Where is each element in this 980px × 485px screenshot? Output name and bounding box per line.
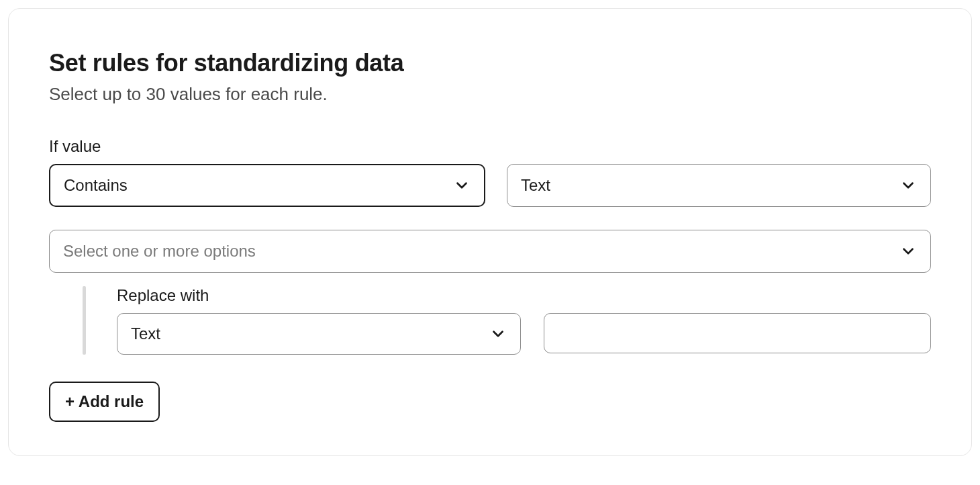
if-value-label: If value bbox=[49, 137, 931, 156]
chevron-down-icon bbox=[899, 177, 917, 194]
replace-content: Replace with Text bbox=[117, 286, 931, 355]
replace-value-input[interactable] bbox=[544, 313, 931, 353]
chevron-down-icon bbox=[489, 325, 507, 343]
value-type-select[interactable]: Text bbox=[507, 164, 931, 207]
value-type-select-value: Text bbox=[521, 176, 550, 195]
page-subtitle: Select up to 30 values for each rule. bbox=[49, 84, 931, 105]
options-placeholder: Select one or more options bbox=[63, 242, 256, 261]
add-rule-button[interactable]: + Add rule bbox=[49, 382, 160, 422]
condition-select[interactable]: Contains bbox=[49, 164, 485, 207]
rules-card: Set rules for standardizing data Select … bbox=[8, 8, 972, 456]
options-multiselect[interactable]: Select one or more options bbox=[49, 230, 931, 273]
chevron-down-icon bbox=[453, 177, 471, 194]
page-title: Set rules for standardizing data bbox=[49, 49, 931, 77]
condition-select-value: Contains bbox=[64, 176, 128, 195]
replace-type-select[interactable]: Text bbox=[117, 313, 521, 355]
replace-section: Replace with Text bbox=[49, 286, 931, 355]
replace-row: Text bbox=[117, 313, 931, 355]
add-rule-button-label: + Add rule bbox=[65, 392, 144, 411]
replace-type-select-value: Text bbox=[131, 324, 160, 343]
chevron-down-icon bbox=[899, 242, 917, 260]
indent-bar bbox=[83, 286, 86, 355]
replace-with-label: Replace with bbox=[117, 286, 931, 305]
condition-row: Contains Text bbox=[49, 164, 931, 207]
